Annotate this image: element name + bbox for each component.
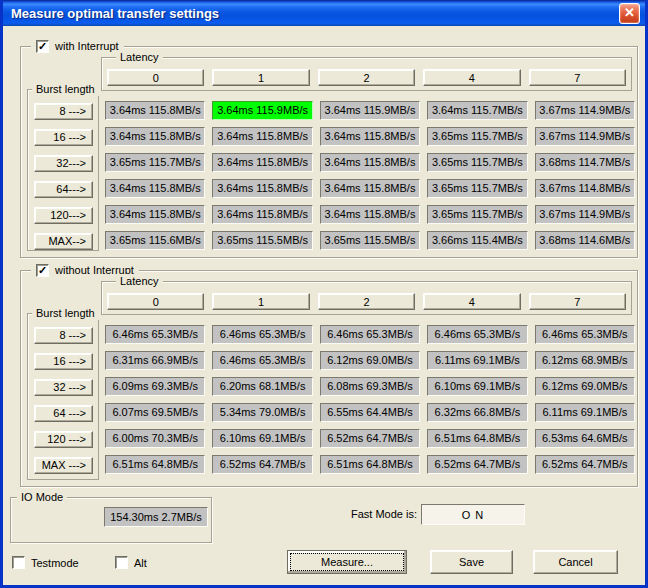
result-cell: 6.51ms 64.8MB/s	[427, 429, 527, 448]
result-cell: 3.64ms 115.8MB/s	[212, 153, 312, 172]
burst-button-slot: 16 --->	[34, 348, 93, 374]
result-cell: 3.64ms 115.8MB/s	[212, 127, 312, 146]
alt-checkbox[interactable]	[115, 556, 128, 569]
window-title: Measure optimal transfer settings	[11, 6, 619, 21]
result-cell: 6.12ms 68.9MB/s	[535, 351, 635, 370]
io-mode-value: 154.30ms 2.7MB/s	[104, 507, 208, 527]
result-cell: 3.65ms 115.7MB/s	[427, 205, 527, 224]
latency-group-label: Latency	[116, 50, 163, 64]
result-cell: 6.10ms 69.1MB/s	[427, 377, 527, 396]
result-cell: 6.10ms 69.1MB/s	[212, 429, 312, 448]
testmode-checkbox-row: Testmode	[12, 556, 79, 569]
burst-length-button[interactable]: MAX --->	[34, 457, 93, 474]
result-cell: 3.64ms 115.8MB/s	[320, 127, 420, 146]
burst-length-button[interactable]: 16 --->	[34, 129, 93, 146]
burst-button-slot: 32 --->	[34, 374, 93, 400]
result-cell: 6.09ms 69.3MB/s	[105, 377, 205, 396]
latency-column-button-7[interactable]: 7	[529, 293, 626, 310]
burst-buttons-column: 8 --->16 --->32--->64--->120--->MAX-->	[34, 98, 93, 254]
latency-column-button-0[interactable]: 0	[107, 69, 204, 86]
burst-length-group: Burst length 8 --->16 --->32 --->64 --->…	[27, 313, 99, 480]
close-button[interactable]: ✕	[619, 3, 640, 24]
fast-mode-value: O N	[421, 504, 525, 525]
latency-column-button-4[interactable]: 4	[423, 69, 520, 86]
burst-length-group-label: Burst length	[32, 306, 99, 320]
result-cell: 3.65ms 115.7MB/s	[105, 153, 205, 172]
with-interrupt-checkbox[interactable]: ✓	[36, 40, 49, 53]
result-cell: 6.12ms 69.0MB/s	[535, 377, 635, 396]
burst-button-slot: 8 --->	[34, 98, 93, 124]
burst-buttons-column: 8 --->16 --->32 --->64 --->120 --->MAX -…	[34, 322, 93, 478]
latency-column-button-1[interactable]: 1	[212, 69, 309, 86]
burst-length-button[interactable]: MAX-->	[34, 233, 93, 250]
latency-buttons-row: 01247	[107, 69, 626, 86]
result-cell: 6.20ms 68.1MB/s	[212, 377, 312, 396]
burst-length-button[interactable]: 8 --->	[34, 327, 93, 344]
burst-length-button[interactable]: 32--->	[34, 155, 93, 172]
fast-mode-label: Fast Mode is:	[333, 508, 417, 520]
latency-group-label: Latency	[116, 274, 163, 288]
result-cell: 6.32ms 66.8MB/s	[427, 403, 527, 422]
result-cell: 6.52ms 64.7MB/s	[535, 455, 635, 474]
result-cell: 6.51ms 64.8MB/s	[105, 455, 205, 474]
result-cell: 3.67ms 114.8MB/s	[535, 179, 635, 198]
latency-buttons-row: 01247	[107, 293, 626, 310]
burst-length-button[interactable]: 64 --->	[34, 405, 93, 422]
result-cell: 3.65ms 115.7MB/s	[427, 127, 527, 146]
with-interrupt-label: with Interrupt	[55, 39, 119, 54]
alt-checkbox-row: Alt	[115, 556, 147, 569]
burst-length-button[interactable]: 32 --->	[34, 379, 93, 396]
io-mode-label: IO Mode	[17, 490, 67, 504]
burst-length-button[interactable]: 16 --->	[34, 353, 93, 370]
result-cell: 3.67ms 114.9MB/s	[535, 127, 635, 146]
latency-column-button-0[interactable]: 0	[107, 293, 204, 310]
burst-length-button[interactable]: 120--->	[34, 207, 93, 224]
titlebar: Measure optimal transfer settings ✕	[3, 0, 645, 26]
latency-column-button-7[interactable]: 7	[529, 69, 626, 86]
burst-length-group-label: Burst length	[32, 82, 99, 96]
testmode-label: Testmode	[31, 557, 79, 569]
latency-column-button-2[interactable]: 2	[318, 69, 415, 86]
result-cell: 6.46ms 65.3MB/s	[212, 351, 312, 370]
result-cell: 3.65ms 115.5MB/s	[320, 231, 420, 250]
latency-column-button-2[interactable]: 2	[318, 293, 415, 310]
result-cell: 3.64ms 115.8MB/s	[105, 101, 205, 120]
result-cell: 6.53ms 64.6MB/s	[535, 429, 635, 448]
burst-button-slot: 120 --->	[34, 426, 93, 452]
result-cell: 3.67ms 114.9MB/s	[535, 205, 635, 224]
check-icon: ✓	[38, 265, 47, 276]
result-cell: 3.64ms 115.8MB/s	[320, 179, 420, 198]
save-button[interactable]: Save	[430, 550, 513, 574]
latency-column-button-4[interactable]: 4	[423, 293, 520, 310]
result-cell: 6.52ms 64.7MB/s	[212, 455, 312, 474]
result-cell: 6.07ms 69.5MB/s	[105, 403, 205, 422]
burst-button-slot: 64 --->	[34, 400, 93, 426]
with-interrupt-checkbox-row: ✓ with Interrupt	[31, 39, 124, 54]
burst-button-slot: MAX --->	[34, 452, 93, 478]
burst-button-slot: MAX-->	[34, 228, 93, 254]
close-icon: ✕	[624, 5, 635, 20]
testmode-checkbox[interactable]	[12, 556, 25, 569]
check-icon: ✓	[38, 41, 47, 52]
burst-length-button[interactable]: 8 --->	[34, 103, 93, 120]
measure-settings-dialog: Measure optimal transfer settings ✕ ✓ wi…	[0, 0, 648, 588]
with-interrupt-group: ✓ with Interrupt Latency 01247 Burst len…	[20, 46, 638, 258]
result-cell: 3.64ms 115.8MB/s	[105, 179, 205, 198]
result-cell: 3.64ms 115.9MB/s	[320, 101, 420, 120]
result-cell: 6.46ms 65.3MB/s	[212, 325, 312, 344]
without-interrupt-group: ✓ without Interrupt Latency 01247 Burst …	[20, 270, 638, 487]
burst-length-button[interactable]: 120 --->	[34, 431, 93, 448]
burst-length-group: Burst length 8 --->16 --->32--->64--->12…	[27, 89, 99, 251]
result-cell: 3.64ms 115.8MB/s	[105, 127, 205, 146]
burst-length-button[interactable]: 64--->	[34, 181, 93, 198]
result-cell: 6.11ms 69.1MB/s	[535, 403, 635, 422]
result-cell: 3.68ms 114.7MB/s	[535, 153, 635, 172]
dialog-body: ✓ with Interrupt Latency 01247 Burst len…	[3, 26, 645, 585]
result-cell: 3.65ms 115.7MB/s	[427, 179, 527, 198]
latency-column-button-1[interactable]: 1	[212, 293, 309, 310]
result-cell: 3.67ms 114.9MB/s	[535, 101, 635, 120]
measure-button[interactable]: Measure...	[287, 550, 407, 574]
result-cell: 6.51ms 64.8MB/s	[320, 455, 420, 474]
cancel-button[interactable]: Cancel	[533, 550, 618, 574]
without-interrupt-checkbox[interactable]: ✓	[36, 264, 49, 277]
